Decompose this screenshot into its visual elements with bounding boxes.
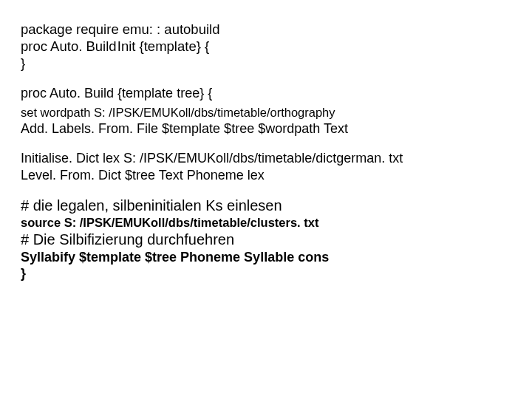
code-line: proc Auto. Build Init {template} { bbox=[21, 38, 511, 55]
code-line: package require emu: : autobuild bbox=[21, 21, 511, 38]
code-line: Initialise. Dict lex S: /IPSK/EMUKoll/db… bbox=[21, 150, 511, 167]
blank-line bbox=[21, 137, 511, 150]
code-line: source S: /IPSK/EMUKoll/dbs/timetable/cl… bbox=[21, 215, 511, 231]
code-line: Syllabify $template $tree Phoneme Syllab… bbox=[21, 249, 511, 266]
blank-line bbox=[21, 183, 511, 197]
code-slide: package require emu: : autobuild proc Au… bbox=[0, 0, 532, 282]
comment-line: # Die Silbifizierung durchfuehren bbox=[21, 231, 511, 249]
code-line: Add. Labels. From. File $template $tree … bbox=[21, 120, 511, 137]
code-line: } bbox=[21, 265, 511, 282]
code-line: } bbox=[21, 55, 511, 72]
blank-line bbox=[21, 72, 511, 85]
comment-line: # die legalen, silbeninitialen Ks einles… bbox=[21, 197, 511, 215]
code-line: set wordpath S: /IPSK/EMUKoll/dbs/timeta… bbox=[21, 105, 511, 120]
code-line: proc Auto. Build {template tree} { bbox=[21, 85, 511, 102]
code-line: Level. From. Dict $tree Text Phoneme lex bbox=[21, 167, 511, 184]
